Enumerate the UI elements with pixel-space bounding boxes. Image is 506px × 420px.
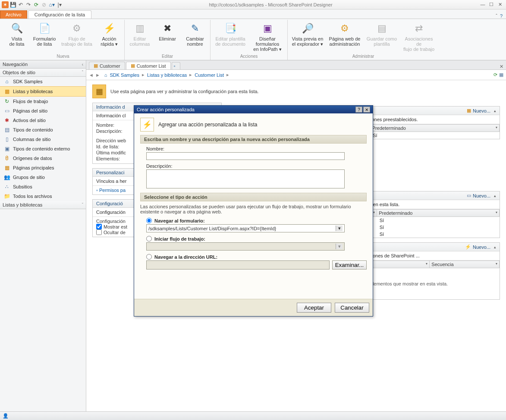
- chevron-up-icon[interactable]: ˆ: [82, 70, 83, 75]
- breadcrumb-root[interactable]: SDK Samples: [110, 72, 139, 78]
- btn-formulario-lista[interactable]: 📄Formulariode lista: [32, 21, 57, 53]
- nav-item-tipos-contenido[interactable]: ▤Tipos de contenido: [0, 125, 86, 135]
- cancel-button[interactable]: Cancelar: [335, 303, 369, 313]
- stop-icon[interactable]: ⊘: [41, 1, 47, 8]
- nav-item-columnas[interactable]: ▯Columnas de sitio: [0, 135, 86, 144]
- dialog-create-custom-action: Crear acción personalizada ? ✕ ⚡ Agregar…: [134, 105, 373, 317]
- chevron-down-icon[interactable]: ˇ: [82, 203, 83, 207]
- breadcrumb-leaf[interactable]: Customer List: [195, 72, 224, 78]
- undo-icon[interactable]: ↶: [17, 1, 24, 8]
- qat-separator: |▾: [56, 1, 63, 8]
- ribbon: 🔍Vistade lista 📄Formulariode lista ⚙Fluj…: [0, 19, 506, 60]
- btn-vista-lista[interactable]: 🔍Vistade lista: [4, 21, 29, 53]
- page-icon: ▭: [3, 107, 10, 114]
- page-title: ▦ Use esta página para ver y administrar…: [92, 85, 500, 98]
- folder-icon: 📁: [3, 193, 10, 200]
- redo-icon[interactable]: ↷: [25, 1, 32, 8]
- btn-pagina-admin[interactable]: ⚙Página web deadministración: [327, 21, 362, 53]
- forward-icon[interactable]: ►: [95, 72, 100, 78]
- btn-eliminar[interactable]: ✖Eliminar: [155, 21, 180, 53]
- nav-item-origenes[interactable]: 🛢Orígenes de datos: [0, 154, 86, 163]
- nav-item-activos[interactable]: ✱Activos del sitio: [0, 116, 86, 125]
- chevron-left-icon[interactable]: ‹: [82, 62, 83, 67]
- radio-flujo[interactable]: [146, 236, 152, 241]
- help-icon[interactable]: ?: [500, 13, 503, 19]
- nav-item-paginas[interactable]: ▭Páginas del sitio: [0, 106, 86, 116]
- ok-button[interactable]: Aceptar: [297, 303, 331, 313]
- breadcrumb-mid[interactable]: Listas y bibliotecas: [147, 72, 187, 78]
- back-icon[interactable]: ◄: [89, 72, 94, 78]
- app-icon: ✶: [2, 1, 9, 8]
- home-icon: ⌂: [3, 78, 10, 85]
- action-icon: ⚡: [140, 118, 154, 132]
- maximize-icon[interactable]: ☐: [488, 2, 495, 7]
- user-icon: 👤: [3, 413, 9, 419]
- btn-plantilla-documento: 📑Editar plantillade documento: [213, 21, 248, 53]
- minimize-icon[interactable]: —: [479, 2, 486, 7]
- nav-item-todos-archivos[interactable]: 📁Todos los archivos: [0, 191, 86, 201]
- masterpage-icon: ▦: [3, 164, 10, 171]
- close-icon[interactable]: ✕: [497, 2, 503, 7]
- btn-vista-previa[interactable]: 🔎Vista previa enel explorador ▾: [290, 21, 325, 53]
- form-combo[interactable]: /sdksamples/Lists/Customer List/DispForm…: [146, 224, 345, 232]
- nav-item-tipos-externo[interactable]: ▣Tipos de contenido externo: [0, 144, 86, 154]
- nav-header[interactable]: Navegación ‹: [0, 60, 86, 69]
- action-desc-input[interactable]: [146, 169, 345, 188]
- radio-url[interactable]: [146, 254, 152, 260]
- home-icon[interactable]: ⌂▾: [48, 1, 55, 8]
- new-icon: ⚡: [465, 244, 471, 250]
- refresh-icon[interactable]: ⟳: [493, 72, 497, 78]
- assets-icon: ✱: [3, 117, 10, 124]
- new-form-button[interactable]: ▭Nuevo...: [467, 193, 490, 198]
- action-name-input[interactable]: [146, 152, 345, 160]
- radio-navegar-form[interactable]: [146, 218, 152, 223]
- close-tab-icon[interactable]: ✕: [497, 64, 506, 69]
- browse-button[interactable]: Examinar...: [332, 260, 367, 270]
- quick-access-toolbar: ✶ 💾 ↶ ↷ ⟳ ⊘ ⌂▾ |▾: [0, 1, 65, 8]
- chevron-down-icon[interactable]: ▾: [336, 226, 343, 231]
- chevron-down-icon: ▾: [336, 244, 343, 249]
- new-action-button[interactable]: ⚡Nuevo...: [465, 244, 490, 250]
- new-view-button[interactable]: ▦Nuevo...: [467, 108, 490, 113]
- btn-infopath[interactable]: ▣Diseñar formulariosen InfoPath ▾: [250, 21, 285, 53]
- tab-customer[interactable]: ▦Customer: [89, 62, 125, 69]
- group-editar: ▥Editarcolumnas ✖Eliminar ✎Cambiarnombre…: [125, 20, 211, 60]
- content-type-icon: ▤: [3, 126, 10, 133]
- btn-asociaciones-flujo: ⇄Asociaciones deflujo de trabajo: [402, 21, 436, 53]
- options-icon[interactable]: ▦: [499, 72, 503, 78]
- group-nueva: 🔍Vistade lista 📄Formulariode lista ⚙Fluj…: [2, 20, 125, 60]
- tab-list-config[interactable]: Configuración de la lista: [28, 10, 91, 19]
- breadcrumb: ◄ ► ⌂ SDK Samples▸ Listas y bibliotecas▸…: [86, 70, 506, 80]
- tab-file[interactable]: Archivo: [0, 10, 27, 19]
- check-mostrar[interactable]: [96, 224, 102, 229]
- nav-item-listas[interactable]: ▦Listas y bibliotecas: [0, 86, 86, 97]
- nav-objects-header[interactable]: Objetos de sitio ˆ: [0, 69, 86, 77]
- check-ocultar[interactable]: [96, 229, 102, 235]
- nav-item-paginas-principales[interactable]: ▦Páginas principales: [0, 163, 86, 172]
- collapse-ribbon-icon[interactable]: ˆ: [496, 13, 497, 19]
- nav-item-subsitios[interactable]: ∴Subsitios: [0, 182, 86, 191]
- dialog-help-icon[interactable]: ?: [355, 107, 362, 113]
- dialog-titlebar[interactable]: Crear acción personalizada ? ✕: [134, 106, 373, 113]
- home-icon[interactable]: ⌂: [104, 72, 107, 78]
- btn-guardar-plantilla: ▤Guardar comoplantilla: [365, 21, 399, 53]
- tab-new[interactable]: ▫: [172, 62, 180, 69]
- title-bar: ✶ 💾 ↶ ↷ ⟳ ⊘ ⌂▾ |▾ http://cotoso1/sdksamp…: [0, 0, 506, 9]
- table-icon: ▦: [131, 63, 135, 69]
- dialog-buttons: Aceptar Cancelar: [134, 299, 373, 316]
- save-icon[interactable]: 💾: [9, 1, 16, 8]
- subsites-icon: ∴: [3, 183, 10, 190]
- ribbon-tabs: Archivo Configuración de la lista ˆ ?: [0, 9, 506, 19]
- btn-editar-columnas: ▥Editarcolumnas: [127, 21, 152, 53]
- nav-lists-header[interactable]: Listas y bibliotecas ˇ: [0, 201, 86, 209]
- list-large-icon: ▦: [92, 85, 106, 98]
- link-permisos[interactable]: ▫ Permisos pa: [96, 188, 126, 193]
- refresh-icon[interactable]: ⟳: [33, 1, 40, 8]
- nav-item-flujos[interactable]: ↻Flujos de trabajo: [0, 97, 86, 106]
- btn-accion-rapida[interactable]: ⚡Acciónrápida ▾: [97, 21, 122, 53]
- dialog-close-icon[interactable]: ✕: [363, 107, 370, 113]
- btn-cambiar-nombre[interactable]: ✎Cambiarnombre: [182, 21, 207, 53]
- nav-item-sdk-samples[interactable]: ⌂SDK Samples: [0, 77, 86, 86]
- tab-customer-list[interactable]: ▦Customer List: [126, 62, 171, 69]
- nav-item-grupos[interactable]: 👥Grupos de sitio: [0, 172, 86, 182]
